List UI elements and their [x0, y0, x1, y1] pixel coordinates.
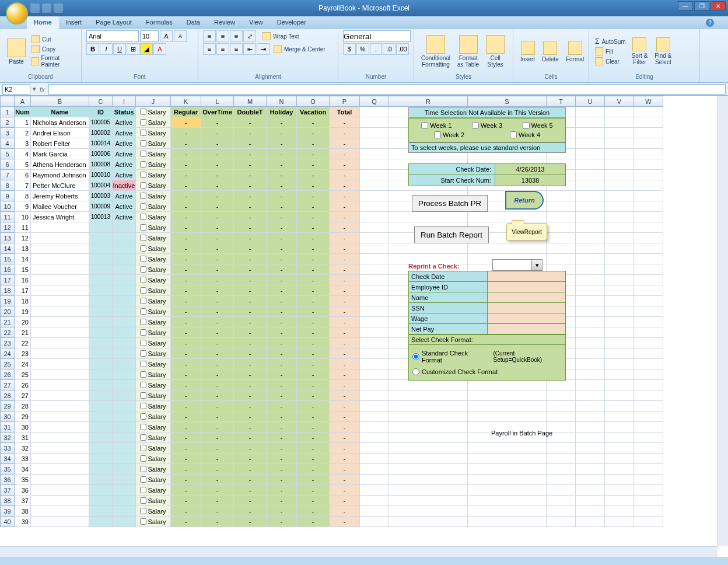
delete-cells-button[interactable]: Delete [540, 40, 561, 64]
reprint-field-value[interactable] [487, 313, 566, 324]
font-name-input[interactable] [86, 30, 139, 42]
table-row[interactable]: 3837Salary------ [1, 496, 663, 506]
table-row[interactable]: 2928Salary------ [1, 401, 663, 411]
reprint-field-value[interactable] [487, 324, 566, 334]
tab-developer[interactable]: Developer [270, 16, 313, 29]
copy-button[interactable]: Copy [30, 44, 76, 54]
week5-checkbox[interactable]: Week 5 [523, 122, 553, 129]
tab-view[interactable]: View [242, 16, 270, 29]
custom-format-radio[interactable]: Customized Check Format [412, 366, 562, 378]
worksheet[interactable]: ABCIJKLMNOPQRSTUVW1NumNameIDStatusSalary… [0, 96, 728, 557]
col-header-A[interactable]: A [15, 96, 31, 107]
week2-checkbox[interactable]: Week 2 [434, 131, 464, 138]
col-header-S[interactable]: S [468, 96, 547, 107]
align-left-button[interactable]: ≡ [203, 43, 216, 55]
vertical-scrollbar[interactable] [718, 96, 728, 546]
table-row[interactable]: 4039Salary------ [1, 517, 663, 527]
col-header-B[interactable]: B [31, 96, 89, 107]
align-right-button[interactable]: ≡ [230, 43, 243, 55]
col-header-V[interactable]: V [605, 96, 634, 107]
format-as-table-button[interactable]: Format as Table [455, 34, 481, 69]
conditional-formatting-button[interactable]: Conditional Formatting [419, 34, 453, 69]
fill-color-button[interactable]: ◢ [140, 43, 153, 55]
align-middle-button[interactable]: ≡ [216, 30, 229, 42]
align-top-button[interactable]: ≡ [203, 30, 216, 42]
table-row[interactable]: 3635Salary------ [1, 475, 663, 485]
reprint-field-value[interactable] [487, 292, 566, 303]
tab-page-layout[interactable]: Page Layout [89, 16, 139, 29]
qat-redo-icon[interactable] [54, 4, 63, 13]
table-row[interactable]: 3938Salary------ [1, 506, 663, 517]
align-center-button[interactable]: ≡ [216, 43, 229, 55]
reprint-field-value[interactable] [487, 271, 566, 282]
check-date-value[interactable]: 4/26/2013 [495, 164, 565, 175]
col-header-W[interactable]: W [634, 96, 663, 107]
qat-save-icon[interactable] [30, 4, 40, 13]
horizontal-scrollbar[interactable] [0, 546, 718, 557]
view-report-button[interactable]: ViewReport [506, 223, 547, 240]
col-header-J[interactable]: J [136, 96, 171, 107]
indent-inc-button[interactable]: ⇥ [257, 43, 270, 55]
table-row[interactable]: 1312Salary------ [1, 233, 663, 243]
col-header-U[interactable]: U [576, 96, 605, 107]
close-button[interactable]: ✕ [710, 1, 726, 11]
reprint-dropdown[interactable]: ▾ [492, 259, 542, 271]
qat-undo-icon[interactable] [42, 4, 51, 13]
sort-filter-button[interactable]: Sort & Filter [629, 36, 650, 67]
col-header-O[interactable]: O [297, 96, 330, 107]
table-row[interactable]: 1211Salary------ [1, 222, 663, 233]
reprint-field-value[interactable] [487, 282, 566, 292]
return-button[interactable]: Return [505, 191, 544, 210]
shrink-font-button[interactable]: A [174, 30, 187, 42]
row-header[interactable]: 1 [1, 107, 15, 117]
merge-center-button[interactable]: Merge & Center [272, 43, 327, 55]
table-row[interactable]: 1110Jessica Wright100013ActiveSalary----… [1, 212, 663, 222]
decrease-decimal-button[interactable]: .00 [396, 43, 409, 55]
fx-icon[interactable]: fx [36, 86, 48, 93]
indent-dec-button[interactable]: ⇤ [243, 43, 256, 55]
col-header-M[interactable]: M [234, 96, 267, 107]
currency-button[interactable]: $ [343, 43, 356, 55]
autosum-button[interactable]: ΣAutoSum [594, 37, 627, 46]
orientation-button[interactable]: ⤢ [243, 30, 256, 42]
col-header-Q[interactable]: Q [360, 96, 389, 107]
week1-checkbox[interactable]: Week 1 [421, 122, 452, 129]
minimize-button[interactable]: — [678, 1, 693, 11]
cut-button[interactable]: Cut [30, 34, 76, 44]
maximize-button[interactable]: ❐ [694, 1, 709, 11]
formula-bar[interactable] [48, 84, 726, 95]
tab-review[interactable]: Review [207, 16, 242, 29]
increase-decimal-button[interactable]: .0 [383, 43, 396, 55]
font-color-button[interactable]: A [153, 43, 166, 55]
percent-button[interactable]: % [356, 43, 369, 55]
fill-button[interactable]: Fill [594, 47, 627, 56]
font-size-input[interactable] [140, 30, 159, 42]
table-row[interactable]: 3231Salary------ [1, 433, 663, 443]
paste-button[interactable]: Paste [5, 37, 28, 66]
number-format-select[interactable] [343, 30, 411, 42]
col-header-R[interactable]: R [389, 96, 468, 107]
table-row[interactable]: 3433Salary------ [1, 454, 663, 464]
insert-cells-button[interactable]: Insert [518, 40, 537, 64]
border-button[interactable]: ⊞ [127, 43, 139, 55]
col-header-T[interactable]: T [547, 96, 576, 107]
tab-data[interactable]: Data [180, 16, 207, 29]
office-button[interactable] [6, 2, 28, 25]
process-batch-button[interactable]: Process Batch PR [412, 195, 488, 212]
italic-button[interactable]: I [100, 43, 113, 55]
help-icon[interactable]: ? [706, 19, 714, 27]
col-header-K[interactable]: K [171, 96, 201, 107]
start-check-num-value[interactable]: 13038 [495, 175, 565, 186]
week3-checkbox[interactable]: Week 3 [472, 122, 502, 129]
table-row[interactable]: 3130Salary------ [1, 422, 663, 433]
name-box[interactable]: K2 [2, 84, 30, 95]
format-painter-button[interactable]: Format Painter [30, 54, 76, 68]
table-row[interactable]: 3736Salary------ [1, 485, 663, 496]
clear-button[interactable]: Clear [594, 57, 627, 66]
reprint-field-value[interactable] [487, 303, 566, 313]
wrap-text-button[interactable]: Wrap Text [261, 30, 300, 42]
col-header-N[interactable]: N [267, 96, 297, 107]
table-row[interactable]: 109Mailee Voucher100009ActiveSalary-----… [1, 201, 663, 212]
week4-checkbox[interactable]: Week 4 [510, 131, 540, 138]
tab-home[interactable]: Home [27, 16, 59, 29]
